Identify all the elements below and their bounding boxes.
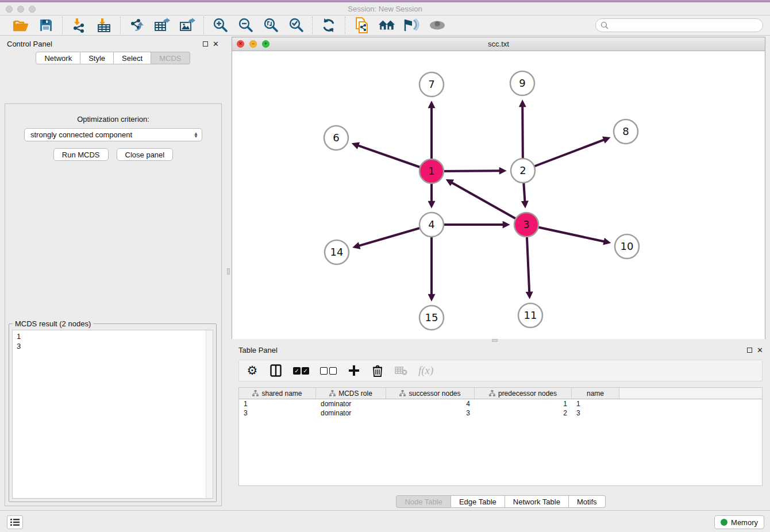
network-graph[interactable]: 7968124314101511: [232, 51, 765, 339]
network-window-controls: ✕ − +: [237, 40, 270, 48]
table-cell[interactable]: 1: [572, 400, 619, 408]
graph-node-2[interactable]: 2: [511, 159, 535, 183]
edge-2-8[interactable]: [523, 140, 605, 171]
save-session-icon[interactable]: [37, 17, 55, 34]
table-row[interactable]: 3dominator323: [239, 408, 762, 418]
graph-node-6[interactable]: 6: [324, 126, 348, 150]
attribute-type-icon: [329, 390, 336, 396]
column-header-shared-name[interactable]: shared name: [239, 388, 316, 399]
close-network-button[interactable]: ✕: [237, 40, 244, 48]
table-cell[interactable]: 4: [386, 400, 475, 408]
edge-3-1[interactable]: [452, 183, 526, 225]
table-row[interactable]: 1dominator411: [239, 399, 762, 408]
select-all-columns-icon[interactable]: ✓✓: [293, 364, 309, 377]
export-network-icon[interactable]: [128, 17, 145, 34]
svg-text:2: 2: [519, 164, 526, 176]
graph-node-4[interactable]: 4: [419, 213, 444, 237]
graph-node-15[interactable]: 15: [419, 306, 444, 330]
graph-node-9[interactable]: 9: [510, 71, 534, 95]
delete-column-icon[interactable]: [371, 364, 384, 377]
column-header-MCDS-role[interactable]: MCDS role: [316, 388, 386, 399]
task-history-button[interactable]: [7, 515, 23, 529]
tab-select[interactable]: Select: [114, 52, 151, 64]
column-header-name[interactable]: name: [572, 388, 619, 399]
table-body: 1dominator4113dominator323: [239, 399, 762, 418]
tab-network[interactable]: Network: [36, 52, 80, 64]
tab-network-table[interactable]: Network Table: [505, 495, 569, 508]
graph-node-8[interactable]: 8: [614, 119, 638, 144]
graph-node-1[interactable]: 1: [419, 159, 444, 183]
tab-motifs[interactable]: Motifs: [569, 495, 606, 508]
network-canvas[interactable]: 7968124314101511: [232, 51, 765, 339]
table-cell[interactable]: 1: [475, 400, 572, 408]
float-panel-icon[interactable]: [203, 41, 208, 47]
add-column-icon[interactable]: [348, 364, 360, 377]
svg-text:1: 1: [428, 165, 434, 177]
import-network-icon[interactable]: [70, 17, 87, 34]
optimization-criterion-value: strongly connected component: [30, 130, 132, 139]
table-cell[interactable]: 2: [475, 409, 572, 417]
splitter-handle[interactable]: [227, 268, 230, 275]
maximize-network-button[interactable]: +: [262, 40, 270, 48]
tab-edge-table[interactable]: Edge Table: [451, 495, 505, 508]
table-toolbar: ⚙ ✓✓ f(x): [238, 360, 763, 381]
graph-node-10[interactable]: 10: [615, 234, 639, 259]
network-window-titlebar[interactable]: ✕ − + scc.txt: [232, 37, 765, 51]
deselect-all-columns-icon[interactable]: [320, 364, 337, 377]
vertical-splitter[interactable]: [226, 36, 232, 510]
duplicate-network-icon[interactable]: [353, 17, 370, 34]
svg-text:4: 4: [428, 218, 434, 230]
refresh-layout-icon[interactable]: [320, 17, 337, 34]
import-table-icon[interactable]: [95, 17, 113, 34]
table-cell[interactable]: 3: [386, 409, 475, 417]
minimize-network-button[interactable]: −: [249, 40, 257, 48]
export-table-icon[interactable]: [153, 17, 171, 34]
table-cell[interactable]: 3: [239, 409, 316, 417]
graph-node-3[interactable]: 3: [514, 213, 538, 237]
network-view-window: ✕ − + scc.txt 7968124314101511: [232, 37, 765, 339]
table-settings-icon[interactable]: ⚙: [246, 364, 259, 377]
zoom-out-icon[interactable]: [237, 17, 254, 34]
column-header-predecessor-nodes[interactable]: predecessor nodes: [475, 388, 572, 399]
splitter-handle[interactable]: [492, 339, 498, 342]
open-file-icon[interactable]: [12, 17, 29, 34]
app-titlebar: Session: New Session: [0, 2, 770, 16]
table-cell[interactable]: 3: [572, 409, 619, 417]
graphics-details-icon[interactable]: [403, 17, 421, 34]
search-input[interactable]: [609, 21, 763, 30]
optimization-criterion-select[interactable]: strongly connected component ▲▼: [24, 128, 202, 141]
tab-mcds[interactable]: MCDS: [151, 52, 190, 64]
show-hide-eye-icon[interactable]: [429, 17, 446, 34]
tab-node-table[interactable]: Node Table: [396, 495, 451, 508]
table-panel-title: Table Panel: [238, 346, 278, 354]
table-cell[interactable]: dominator: [316, 400, 386, 408]
column-header-successor-nodes[interactable]: successor nodes: [386, 388, 475, 399]
zoom-selected-icon[interactable]: [287, 17, 305, 34]
node-table: shared nameMCDS rolesuccessor nodesprede…: [238, 387, 763, 486]
zoom-fit-icon[interactable]: [262, 17, 279, 34]
table-cell[interactable]: 1: [239, 400, 316, 408]
tab-style[interactable]: Style: [80, 52, 114, 64]
result-scrollbar[interactable]: [206, 330, 213, 498]
search-area: [595, 18, 763, 32]
close-table-panel-icon[interactable]: ✕: [757, 346, 763, 354]
graph-node-14[interactable]: 14: [325, 240, 349, 264]
graph-node-7[interactable]: 7: [419, 72, 444, 97]
close-panel-button[interactable]: Close panel: [117, 148, 174, 161]
svg-text:9: 9: [519, 77, 525, 89]
run-mcds-button[interactable]: Run MCDS: [53, 148, 109, 161]
table-cell[interactable]: dominator: [316, 409, 386, 417]
search-icon: [600, 21, 609, 29]
memory-button[interactable]: Memory: [714, 515, 764, 529]
export-image-icon[interactable]: [179, 17, 196, 34]
mcds-result-title: MCDS result (2 nodes): [13, 319, 93, 328]
graph-node-11[interactable]: 11: [518, 303, 542, 327]
close-panel-icon[interactable]: ✕: [213, 40, 219, 48]
home-network-icon[interactable]: [378, 17, 395, 34]
split-columns-icon[interactable]: [270, 364, 282, 377]
mcds-result-list[interactable]: 1 3: [13, 330, 206, 498]
search-field[interactable]: [595, 18, 763, 32]
svg-text:6: 6: [333, 132, 339, 144]
zoom-in-icon[interactable]: [211, 17, 229, 34]
float-table-panel-icon[interactable]: [747, 348, 752, 353]
